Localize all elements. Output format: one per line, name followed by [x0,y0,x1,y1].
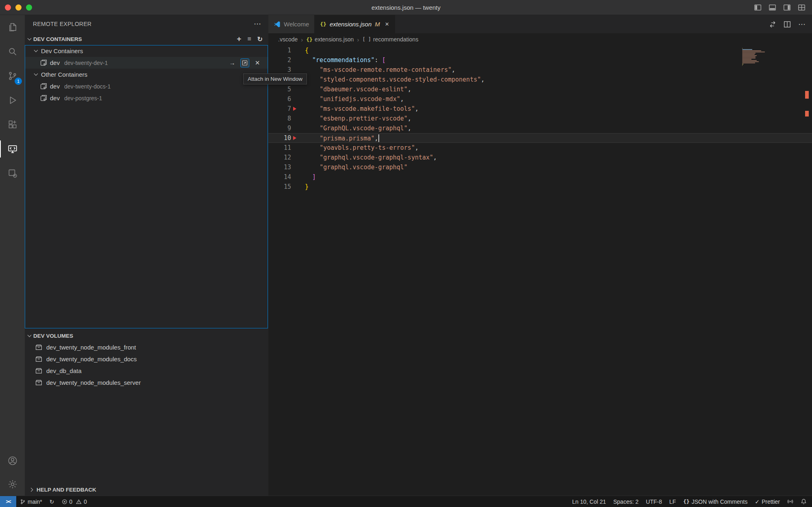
maximize-window-button[interactable] [26,4,32,11]
code-line-11[interactable]: 11 "yoavbls.pretty-ts-errors", [268,143,812,153]
container-description: dev-twenty-dev-1 [64,60,108,66]
split-editor-icon[interactable] [784,21,791,28]
attach-new-window-button[interactable] [240,58,249,67]
broadcast-icon[interactable] [784,496,797,507]
code-line-1[interactable]: 1{ [268,45,812,55]
line-number[interactable]: 11 [268,144,291,151]
minimize-window-button[interactable] [15,4,22,11]
tree-group-other-containers[interactable]: Other Containers [25,69,268,80]
code-line-3[interactable]: 3 "ms-vscode-remote.remote-containers", [268,65,812,75]
minimap-line [742,64,743,65]
toggle-panel-icon[interactable] [769,4,776,11]
minimap-line [742,63,755,63]
refresh-icon[interactable]: ↻ [257,35,263,43]
indentation-item[interactable]: Spaces: 2 [610,496,642,507]
breadcrumb-folder[interactable]: .vscode [278,36,298,43]
more-actions-icon[interactable]: ⋯ [798,20,806,29]
code-line-10[interactable]: 10 "prisma.prisma", [268,133,812,143]
git-branch-item[interactable]: main* [16,496,46,507]
volume-row-dev_twenty_node_modules_docs[interactable]: dev_twenty_node_modules_docs [25,353,268,365]
toggle-secondary-sidebar-icon[interactable] [783,4,791,11]
remote-indicator-button[interactable]: >< [0,496,16,507]
show-all-containers-icon[interactable]: ≡ [247,35,251,43]
line-number[interactable]: 15 [268,183,291,190]
run-debug-icon[interactable] [0,88,25,112]
stop-container-button[interactable]: ✕ [253,58,262,67]
customize-layout-icon[interactable] [798,4,806,11]
container-description: dev-postgres-1 [64,95,102,101]
volume-row-dev_twenty_node_modules_front[interactable]: dev_twenty_node_modules_front [25,341,268,353]
close-window-button[interactable] [5,4,11,11]
minimap-line [742,54,755,55]
remote-explorer-icon[interactable] [0,137,25,161]
containers-tree: Dev Containersdevdev-twenty-dev-1→✕Other… [25,45,268,104]
ruler-mark [805,91,809,99]
code-line-15[interactable]: 15} [268,182,812,192]
code-line-12[interactable]: 12 "graphql.vscode-graphql-syntax", [268,153,812,162]
new-dev-container-icon[interactable]: + [237,35,241,43]
volume-row-dev_twenty_node_modules_server[interactable]: dev_twenty_node_modules_server [25,377,268,388]
line-number[interactable]: 14 [268,173,291,181]
tree-group-dev-containers[interactable]: Dev Containers [25,45,268,57]
line-number[interactable]: 7 [268,105,291,112]
search-icon[interactable] [0,39,25,64]
close-tab-icon[interactable]: ✕ [385,21,389,27]
accounts-icon[interactable] [0,449,25,473]
notifications-bell-icon[interactable] [797,496,810,507]
problems-item[interactable]: 0 0 [58,496,91,507]
tab-welcome[interactable]: Welcome [268,15,315,33]
attach-current-window-button[interactable]: → [228,58,237,67]
cursor-position-item[interactable]: Ln 10, Col 21 [568,496,609,507]
code-line-6[interactable]: 6 "unifiedjs.vscode-mdx", [268,94,812,104]
code-editor[interactable]: 1{2 "recommendations": [3 "ms-vscode-rem… [268,45,812,496]
line-number[interactable]: 5 [268,86,291,93]
dev-containers-icon[interactable] [0,161,25,186]
section-dev-containers[interactable]: DEV CONTAINERS + ≡ ↻ [25,33,268,45]
language-mode-item[interactable]: {} JSON with Comments [680,496,751,507]
container-row-dev-postgres-1[interactable]: devdev-postgres-1 [25,92,268,104]
toggle-primary-sidebar-icon[interactable] [754,4,762,11]
line-number[interactable]: 13 [268,164,291,171]
code-line-5[interactable]: 5 "dbaeumer.vscode-eslint", [268,84,812,94]
settings-gear-icon[interactable] [0,473,25,496]
explorer-icon[interactable] [0,15,25,39]
code-line-13[interactable]: 13 "graphql.vscode-graphql" [268,162,812,172]
vscode-logo-icon [274,21,281,28]
eol-item[interactable]: LF [665,496,679,507]
json-file-icon: {} [306,37,313,43]
line-number[interactable]: 8 [268,115,291,122]
volume-row-dev_db_data[interactable]: dev_db_data [25,365,268,377]
code-line-4[interactable]: 4 "styled-components.vscode-styled-compo… [268,75,812,84]
code-line-8[interactable]: 8 "esbenp.prettier-vscode", [268,114,812,123]
open-changes-icon[interactable] [769,21,776,28]
git-modified-badge: M [375,21,380,28]
source-control-icon[interactable]: 1 [0,64,25,88]
code-line-7[interactable]: 7 "ms-vscode.makefile-tools", [268,104,812,114]
line-number[interactable]: 1 [268,47,291,54]
extensions-icon[interactable] [0,112,25,137]
code-line-14[interactable]: 14 ] [268,172,812,182]
error-count: 0 [69,498,73,505]
section-dev-volumes[interactable]: DEV VOLUMES [25,330,268,341]
code-line-9[interactable]: 9 "GraphQL.vscode-graphql", [268,123,812,133]
overview-ruler[interactable] [805,45,809,496]
sidebar-more-actions-icon[interactable]: ⋯ [254,19,261,28]
formatter-item[interactable]: ✓ Prettier [751,496,784,507]
code-line-2[interactable]: 2 "recommendations": [ [268,55,812,65]
git-sync-icon[interactable]: ↻ [46,496,58,507]
container-row-dev-twenty-dev-1[interactable]: devdev-twenty-dev-1→✕ [25,57,268,69]
tab-extensions-json[interactable]: {} extensions.json M ✕ [315,15,395,33]
line-number[interactable]: 9 [268,125,291,132]
container-row-dev-twenty-docs-1[interactable]: devdev-twenty-docs-1 [25,80,268,92]
minimap[interactable] [742,48,767,66]
line-number[interactable]: 12 [268,154,291,161]
breadcrumb-symbol[interactable]: [ ] recommendations [362,36,418,43]
line-number[interactable]: 6 [268,95,291,103]
breadcrumb-file[interactable]: {} extensions.json [306,36,354,43]
line-number[interactable]: 10 [268,134,291,142]
line-number[interactable]: 3 [268,66,291,73]
line-number[interactable]: 2 [268,56,291,64]
encoding-item[interactable]: UTF-8 [642,496,666,507]
section-help-feedback[interactable]: HELP AND FEEDBACK [25,483,268,496]
code-text: ] [305,173,316,181]
